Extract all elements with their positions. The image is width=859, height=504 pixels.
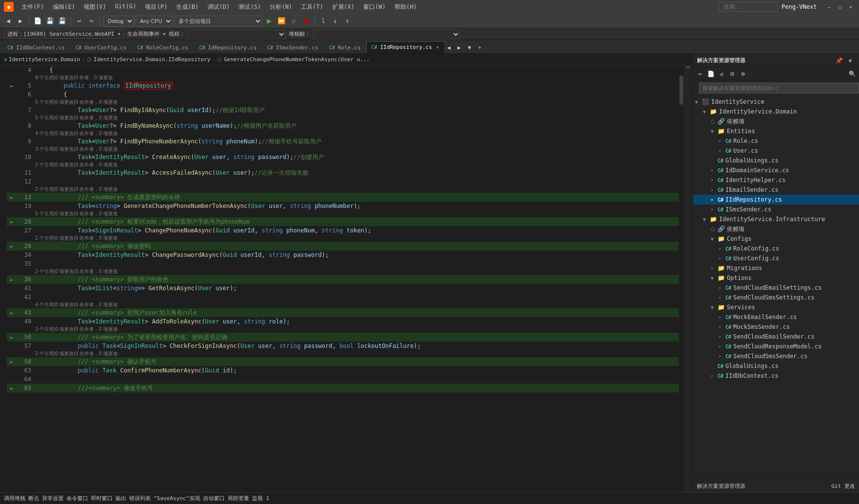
tree-expand[interactable]: +: [719, 148, 725, 153]
show-all-files-button[interactable]: 📄: [706, 69, 716, 79]
editor-scrollbar[interactable]: [679, 66, 684, 492]
tab-scroll-right[interactable]: ▶: [458, 45, 466, 53]
tree-role-cs[interactable]: + C# Role.cs: [693, 136, 859, 146]
preview-selected-button[interactable]: 🔍: [847, 69, 857, 79]
tab-scroll-left[interactable]: ◀: [447, 45, 456, 53]
gutter-5[interactable]: ►: [7, 83, 17, 89]
tree-expand[interactable]: +: [719, 295, 725, 300]
git-changes-label[interactable]: Git 更改: [832, 482, 856, 490]
tree-sendemailsettings[interactable]: + C# SendCloudEmailSettings.cs: [693, 283, 859, 293]
tab-breakpoints[interactable]: 断点: [28, 495, 39, 502]
menu-help[interactable]: 帮助(H): [391, 2, 421, 12]
menu-extensions[interactable]: 扩展(X): [328, 2, 359, 12]
tab-saveasync[interactable]: "SaveAsync"实现: [154, 495, 200, 502]
tab-callstack[interactable]: 调用堆栈: [4, 495, 25, 502]
tree-arrow[interactable]: ▼: [695, 99, 702, 105]
solution-search[interactable]: [699, 83, 859, 93]
tree-expand[interactable]: +: [719, 285, 725, 290]
tree-options[interactable]: ▼ 📁 Options: [693, 273, 859, 283]
tab-errorlist[interactable]: 错误列表: [129, 495, 151, 502]
tree-domain-deps[interactable]: ⬡ 🔗 依赖项: [693, 116, 859, 126]
sync-with-editor-button[interactable]: ↔: [695, 69, 705, 79]
tab-locals[interactable]: 局部变量: [228, 495, 249, 502]
thread-select[interactable]: [188, 29, 286, 39]
redo-button[interactable]: ↪: [86, 16, 97, 26]
tree-infra-deps[interactable]: ⬡ 🔗 依赖项: [693, 224, 859, 234]
breadcrumb-namespace[interactable]: IdentityService.Domain: [9, 56, 80, 63]
tree-arrow[interactable]: ▼: [711, 236, 718, 242]
breadcrumb-method[interactable]: GenerateChangePhoneNumberTokenAsync(User…: [224, 56, 370, 63]
continue-button[interactable]: ⏩: [276, 16, 287, 26]
lifecycle-selector[interactable]: 生命周期事件 ▾: [127, 30, 166, 38]
view-props-button[interactable]: ⚙: [738, 69, 748, 79]
tree-mocksmssender[interactable]: + C# MockSmsSender.cs: [693, 322, 859, 332]
tree-iiddbcontext[interactable]: + C# IIdDbContext.cs: [693, 371, 859, 381]
tree-arrow[interactable]: ▼: [711, 129, 718, 134]
step-into-button[interactable]: ↓: [330, 16, 341, 26]
tree-expand[interactable]: +: [719, 138, 725, 143]
global-search[interactable]: [719, 2, 778, 12]
menu-analyze[interactable]: 分析(N): [266, 2, 296, 12]
breadcrumb-interface[interactable]: IdentityService.Domain.IIdRepository: [93, 56, 210, 63]
tree-globalusings-domain[interactable]: + C# GlobalUsings.cs: [693, 156, 859, 165]
tree-domain[interactable]: ▼ 📁 IdentityService.Domain: [693, 107, 859, 116]
tree-iidrepository[interactable]: + C# IIdRepository.cs: [693, 195, 859, 205]
tree-expand[interactable]: +: [719, 344, 725, 349]
process-selector[interactable]: 进程：[19680] SearchService.WebAPI ▾: [4, 29, 124, 39]
tree-sendemailsender[interactable]: + C# SendCloudEmailSender.cs: [693, 332, 859, 342]
tree-expand[interactable]: +: [719, 354, 725, 359]
tree-expand[interactable]: +: [711, 187, 718, 192]
debug-config-select[interactable]: Debug: [103, 16, 134, 26]
sidebar-close-button[interactable]: ×: [845, 56, 855, 66]
tree-arrow[interactable]: ⬡: [711, 227, 718, 232]
tab-autowindow[interactable]: 自动窗口: [203, 495, 225, 502]
tree-expand[interactable]: +: [711, 197, 718, 202]
refresh-button[interactable]: ↺: [717, 69, 726, 79]
save-button[interactable]: 💾: [45, 16, 55, 26]
forward-button[interactable]: ▶: [15, 16, 26, 26]
tree-configs[interactable]: ▼ 📁 Configs: [693, 234, 859, 244]
menu-window[interactable]: 窗口(W): [359, 2, 390, 12]
close-button[interactable]: ×: [846, 2, 855, 11]
save-all-button[interactable]: 💾: [57, 16, 68, 26]
tab-close-button[interactable]: ×: [435, 44, 440, 50]
tree-expand[interactable]: +: [719, 324, 725, 329]
tree-arrow[interactable]: ▼: [711, 275, 718, 281]
tree-expand[interactable]: +: [719, 256, 725, 261]
menu-tools[interactable]: 工具(T): [297, 2, 327, 12]
code-editor[interactable]: 4 { 8 个引用|0 项更改|0 作者，0 项更改 ► 5 public in…: [0, 66, 693, 492]
tab-immediate[interactable]: 即时窗口: [91, 495, 113, 502]
tree-globalusings-infra[interactable]: + C# GlobalUsings.cs: [693, 361, 859, 371]
tree-arrow[interactable]: ⬡: [711, 119, 718, 124]
tree-userconfig[interactable]: + C# UserConfig.cs: [693, 253, 859, 263]
menu-test[interactable]: 测试(S): [234, 2, 265, 12]
tree-entities[interactable]: ▼ 📁 Entities: [693, 126, 859, 136]
tab-roleconfig[interactable]: C# RoleConfig.cs: [132, 41, 194, 53]
new-file-button[interactable]: 📄: [32, 16, 43, 26]
tree-expand[interactable]: +: [711, 207, 718, 212]
tree-expand[interactable]: +: [711, 168, 718, 173]
tree-expand[interactable]: +: [719, 315, 725, 320]
tree-user-cs[interactable]: + C# User.cs: [693, 146, 859, 156]
tree-identityservice-root[interactable]: ▼ ⬛ IdentityService: [693, 97, 859, 107]
restart-button[interactable]: ↺: [288, 16, 299, 26]
tree-arrow[interactable]: ▼: [703, 109, 710, 115]
stack-select[interactable]: [313, 29, 460, 39]
menu-view[interactable]: 视图(V): [80, 2, 110, 12]
platform-select[interactable]: Any CPU: [136, 16, 173, 26]
tab-watch1[interactable]: 监视 1: [252, 495, 269, 502]
tree-sendcloudsmssender[interactable]: + C# SendCloudSmsSender.cs: [693, 351, 859, 361]
undo-button[interactable]: ↩: [74, 16, 85, 26]
tree-arrow[interactable]: ▼: [711, 305, 718, 310]
menu-edit[interactable]: 编辑(E): [49, 2, 79, 12]
tree-sendsmssettings[interactable]: + C# SendCloudSmsSettings.cs: [693, 293, 859, 302]
minimize-button[interactable]: —: [825, 2, 834, 11]
tree-arrow[interactable]: +: [711, 266, 718, 271]
tree-expand[interactable]: +: [711, 373, 718, 378]
back-button[interactable]: ◀: [3, 16, 14, 26]
stop-button[interactable]: ■: [301, 16, 311, 26]
maximize-button[interactable]: □: [836, 2, 844, 11]
tree-expand[interactable]: +: [711, 178, 718, 183]
tree-iddomainservice[interactable]: + C# IdDomainService.cs: [693, 165, 859, 175]
step-out-button[interactable]: ↑: [342, 16, 353, 26]
